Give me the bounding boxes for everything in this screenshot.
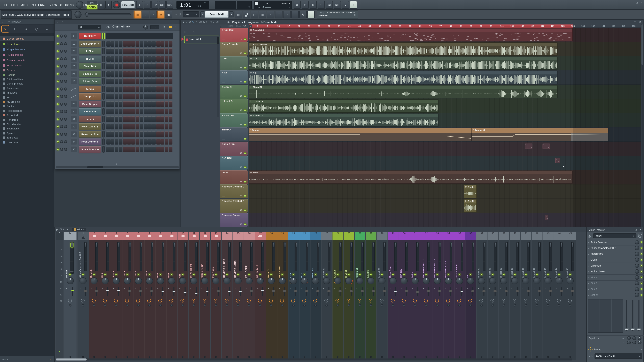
strip-led[interactable] xyxy=(525,273,527,276)
strip-fader[interactable] xyxy=(571,242,574,271)
slot-mix-knob[interactable] xyxy=(635,264,639,268)
strip-bottom-dot[interactable] xyxy=(70,356,71,358)
layout-icon[interactable]: ❒ xyxy=(60,228,62,231)
clip-reverse-cymbal-l-0[interactable]: ⊢Re..L xyxy=(464,185,477,198)
mixer-strip-25[interactable]: 25R Lead⇕⇔↑ xyxy=(344,232,354,360)
strip-fader-handle[interactable] xyxy=(461,243,463,248)
strip-bottom-dot[interactable] xyxy=(104,356,106,358)
step-cell[interactable] xyxy=(115,63,118,69)
step-cell[interactable] xyxy=(156,146,160,152)
strip-fader-handle[interactable] xyxy=(472,243,474,248)
pattern-cell[interactable]: ▤ Drum Midi xyxy=(184,36,219,43)
step-cell[interactable] xyxy=(110,78,114,84)
step-cell[interactable] xyxy=(160,116,164,122)
channel-select-strip[interactable] xyxy=(102,48,105,54)
track-header-big-boi[interactable]: BIG BOI···✳ xyxy=(220,156,248,170)
stereo-icon[interactable]: ⇕ xyxy=(268,287,269,290)
step-cell[interactable] xyxy=(115,131,118,137)
step-cell[interactable] xyxy=(119,71,122,77)
mini-fader-handle[interactable] xyxy=(250,290,253,292)
pan-icon[interactable]: ⇔ xyxy=(90,291,92,293)
zoom-icon[interactable]: ⌕ xyxy=(213,21,214,23)
strip-fader-handle[interactable] xyxy=(528,243,529,248)
step-cell[interactable] xyxy=(110,131,114,137)
record-button[interactable] xyxy=(113,1,120,8)
strip-fader[interactable] xyxy=(405,242,408,271)
track-mute-led[interactable] xyxy=(244,138,246,140)
strip-fader-handle[interactable] xyxy=(273,243,274,248)
strip-led[interactable] xyxy=(436,273,438,276)
strip-mini-fader[interactable] xyxy=(550,287,551,296)
stereo-icon[interactable]: ⇕ xyxy=(478,287,480,290)
strip-led[interactable] xyxy=(458,273,461,276)
browser-item-clipboard-files[interactable]: Clipboard files xyxy=(0,77,54,82)
track-options-icon[interactable]: ··· xyxy=(222,95,225,97)
step-cell[interactable] xyxy=(123,78,127,84)
mini-fader-handle[interactable] xyxy=(84,290,87,292)
panel-maximize-icon[interactable]: ▢ xyxy=(634,228,637,231)
strip-pan-knob[interactable] xyxy=(246,277,253,284)
microphone-icon[interactable]: Ф xyxy=(310,1,317,9)
step-cell[interactable] xyxy=(152,93,156,99)
step-cell[interactable] xyxy=(127,86,131,92)
slot-enable-led[interactable] xyxy=(640,277,642,279)
slot-enable-led[interactable] xyxy=(640,253,642,255)
plugin-slot-4[interactable]: ▸GClip xyxy=(587,257,644,263)
step-cell[interactable] xyxy=(148,78,152,84)
route-icon[interactable]: ↑ xyxy=(402,299,406,303)
route-icon[interactable]: ↑ xyxy=(557,299,561,303)
strip-pan-knob[interactable] xyxy=(146,277,153,284)
step-cell[interactable] xyxy=(115,146,118,152)
picker-automation-icon[interactable]: ⌁ xyxy=(201,30,203,33)
strip-fader[interactable] xyxy=(450,242,452,271)
step-cell[interactable] xyxy=(119,101,122,107)
step-cell[interactable] xyxy=(140,56,143,61)
strip-bottom-dot[interactable] xyxy=(292,356,294,358)
step-cell[interactable] xyxy=(152,139,156,145)
step-cell[interactable] xyxy=(123,41,127,46)
strip-fader[interactable] xyxy=(173,242,176,271)
mixer-strip-22[interactable]: 22RHYTHM⇕⇔↑ xyxy=(310,232,321,360)
channel-enable-led[interactable] xyxy=(57,50,59,52)
strip-fader-handle[interactable] xyxy=(561,243,562,248)
slot-menu-icon[interactable]: ▸ xyxy=(588,282,589,285)
mixer-strip-29[interactable]: 29Bass Drop⇕⇔↑ xyxy=(388,232,398,360)
strip-fader[interactable] xyxy=(383,242,386,271)
track-options-icon[interactable]: ··· xyxy=(222,209,225,211)
track-header-l-lead-di[interactable]: L Lead DI···✳ xyxy=(220,99,248,113)
channel-button[interactable]: Snare Bomb✳ xyxy=(79,146,101,152)
strip-mini-fader[interactable] xyxy=(506,287,506,296)
strip-led[interactable] xyxy=(392,273,394,276)
clip-l-lead-di-0[interactable]: ⊢L Lead DI xyxy=(248,99,439,112)
step-cell[interactable] xyxy=(115,71,118,77)
step-cell[interactable] xyxy=(140,86,143,92)
step-cell[interactable] xyxy=(136,78,139,84)
strip-fader[interactable] xyxy=(549,242,552,271)
strip-pan-knob[interactable] xyxy=(567,277,574,284)
channel-pan-knob[interactable] xyxy=(60,42,63,45)
channel-enable-led[interactable] xyxy=(57,80,59,82)
strip-bottom-dot[interactable] xyxy=(193,356,194,358)
route-icon[interactable]: ↑ xyxy=(480,299,483,303)
strip-fader[interactable] xyxy=(317,242,320,271)
strip-led[interactable] xyxy=(170,273,173,276)
channel-enable-led[interactable] xyxy=(57,65,59,67)
eq-knob-6[interactable] xyxy=(638,341,641,344)
clip-reverse-cymbal-r-0[interactable]: ⊢Re..R xyxy=(464,199,477,212)
route-icon[interactable]: ↑ xyxy=(546,299,550,303)
strip-fader[interactable] xyxy=(284,242,286,271)
channel-button[interactable]: Bass Drop✳ xyxy=(79,101,101,107)
channel-number[interactable]: 20 xyxy=(71,48,77,54)
step-cell[interactable] xyxy=(148,124,152,129)
route-icon[interactable]: ↑ xyxy=(136,299,140,303)
plugin-slot-5[interactable]: ▸Maximus xyxy=(587,263,644,269)
step-cell[interactable] xyxy=(160,86,164,92)
step-cell[interactable] xyxy=(115,48,118,54)
step-cell[interactable] xyxy=(144,93,148,99)
channel-number[interactable]: 31 xyxy=(71,116,77,122)
strip-fader[interactable] xyxy=(239,242,242,271)
fx-knob[interactable] xyxy=(314,304,317,307)
eq-knob-1[interactable] xyxy=(627,336,630,340)
slot-enable-led[interactable] xyxy=(640,294,642,296)
browser-item-recorded[interactable]: Recorded xyxy=(0,113,54,117)
